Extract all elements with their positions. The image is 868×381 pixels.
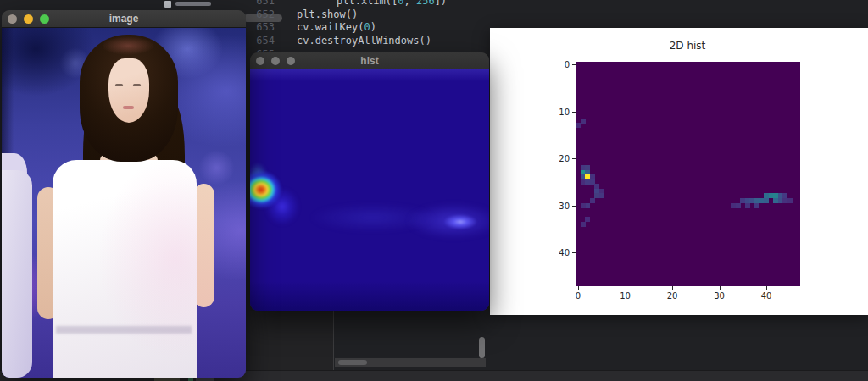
hist-image-content [250, 69, 489, 311]
heatmap-cell [576, 123, 581, 128]
vertical-scrollbar-thumb[interactable] [479, 337, 485, 358]
y-tick-label: 40 [559, 248, 570, 257]
figure-title: 2D hist [670, 40, 706, 52]
y-tick-mark [572, 206, 576, 207]
y-tick-mark [572, 158, 576, 159]
heatmap-cell [581, 222, 586, 227]
heatmap-cell [754, 203, 760, 208]
x-tick-label: 30 [714, 291, 725, 301]
heatmap-cell [581, 203, 586, 208]
y-tick-label: 0 [565, 60, 570, 69]
image-window-titlebar[interactable]: image [2, 10, 246, 28]
horizontal-scrollbar-track[interactable] [335, 358, 486, 367]
heatmap-cell [736, 203, 741, 208]
histogram-blob [443, 214, 477, 229]
file-icon [164, 1, 171, 8]
photo-eye [115, 84, 123, 86]
line-number: 654 [251, 35, 275, 48]
heatmap-cell [585, 217, 590, 222]
y-tick-mark [572, 64, 576, 65]
minimize-button[interactable] [24, 14, 33, 24]
zoom-button[interactable] [287, 57, 295, 65]
x-tick-mark [672, 286, 673, 290]
code-text: cv.destroyAllWindows() [297, 35, 431, 48]
heatmap-cell [590, 198, 595, 203]
code-text: cv.waitKey(0) [297, 21, 376, 35]
photo-eye [133, 84, 141, 86]
photo-content [2, 28, 246, 378]
heatmap-plot [576, 62, 800, 286]
photo-hair-highlight [102, 36, 154, 55]
desktop: 651plt.xlim([0, 256])652plt.show()653cv.… [0, 0, 868, 381]
histogram-blob [250, 281, 489, 311]
y-tick-label: 20 [559, 154, 570, 163]
heatmap-cell [745, 203, 750, 208]
y-tick-label: 30 [559, 201, 570, 210]
image-window: image [2, 10, 246, 378]
photo-white-dress [53, 160, 197, 378]
editor-tab-fragment[interactable] [159, 0, 227, 8]
x-tick-label: 40 [761, 291, 772, 301]
heatmap-cell [599, 193, 604, 198]
y-tick-label: 10 [559, 107, 570, 116]
line-number: 653 [251, 21, 275, 35]
heatmap-cell [581, 119, 586, 124]
x-tick-label: 20 [667, 291, 678, 301]
y-tick-mark [572, 252, 576, 253]
y-tick-mark [572, 112, 576, 113]
code-line[interactable]: 652plt.show() [251, 8, 607, 22]
x-tick-mark [626, 286, 626, 290]
hist-window: hist [250, 52, 489, 311]
x-tick-label: 0 [576, 291, 581, 301]
horizontal-scrollbar-thumb[interactable] [338, 360, 367, 365]
hist-window-title: hist [360, 55, 378, 67]
photo-lips [123, 106, 134, 109]
heatmap-cell [585, 203, 590, 208]
heatmap-cell [764, 198, 769, 203]
x-tick-label: 10 [620, 291, 631, 301]
line-number: 651 [251, 0, 275, 8]
hist-window-titlebar[interactable]: hist [250, 52, 489, 69]
panel-divider [333, 311, 334, 370]
photo-face [108, 58, 149, 123]
photo-other-person-arm [2, 170, 32, 378]
code-text: plt.xlim([0, 256]) [297, 0, 447, 8]
photo-waist-ruffle [56, 326, 192, 334]
editor-lower-panel [250, 311, 333, 370]
histogram-blob [250, 69, 489, 81]
histogram-blob [250, 170, 282, 209]
code-line[interactable]: 651plt.xlim([0, 256]) [251, 0, 607, 8]
x-tick-mark [720, 286, 721, 290]
zoom-button[interactable] [40, 14, 49, 24]
heatmap-cell [787, 198, 793, 203]
minimize-button[interactable] [271, 57, 280, 65]
matplotlib-figure: 2D hist 010203040010203040 [490, 28, 868, 315]
x-tick-mark [766, 286, 767, 290]
code-text: plt.show() [297, 8, 358, 22]
image-window-title: image [109, 13, 139, 25]
line-number: 652 [251, 8, 275, 22]
x-tick-mark [578, 286, 579, 290]
close-button[interactable] [256, 57, 264, 65]
close-button[interactable] [8, 14, 17, 24]
tab-label-fragment [175, 2, 211, 6]
traffic-light-buttons[interactable] [256, 52, 295, 69]
traffic-light-buttons[interactable] [8, 10, 49, 27]
